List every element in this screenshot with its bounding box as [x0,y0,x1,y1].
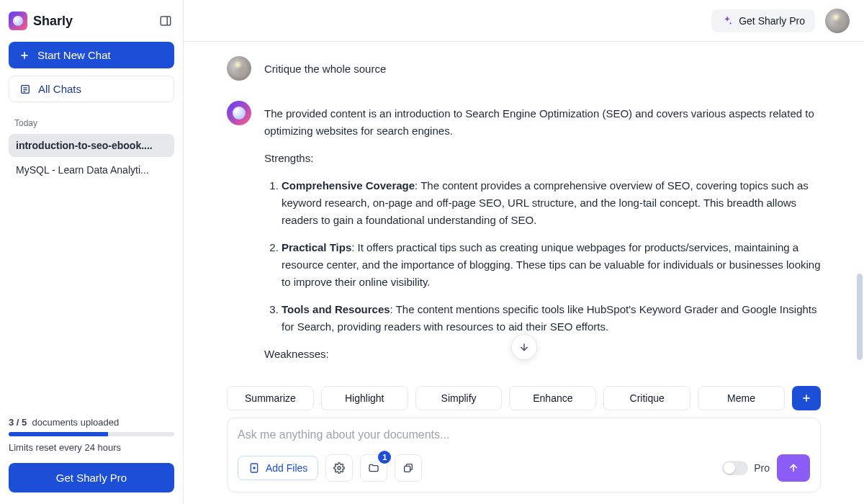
user-message-text: Critique the whole source [264,56,821,81]
usage-text: 3 / 5 documents uploaded [9,417,174,428]
get-pro-button[interactable]: Get Sharly Pro [9,463,174,492]
quick-actions: Summarize Highlight Simplify Enhance Cri… [227,386,821,410]
strengths-list: Comprehensive Coverage: The content prov… [264,177,821,336]
bot-intro: The provided content is an introduction … [264,105,821,140]
plus-icon [801,392,812,404]
send-button[interactable] [777,454,810,482]
get-pro-pill-label: Get Sharly Pro [739,15,805,27]
sparkle-icon [721,15,733,27]
folder-icon [368,462,379,474]
qa-summarize[interactable]: Summarize [227,386,314,410]
strength-title: Practical Tips [282,241,351,253]
pro-toggle-switch[interactable] [722,461,748,475]
get-pro-pill[interactable]: Get Sharly Pro [711,9,815,32]
svg-rect-15 [405,466,410,472]
strength-item: Practical Tips: It offers practical tips… [282,239,821,291]
scroll-down-button[interactable] [511,334,537,360]
brand: Sharly [9,12,73,30]
main: Get Sharly Pro Critique the whole source… [184,0,864,504]
scrollbar-thumb[interactable] [857,274,863,360]
svg-rect-0 [161,17,171,25]
section-today-label: Today [9,115,174,131]
all-chats-label: All Chats [38,83,81,95]
strength-text: : It offers practical tips such as creat… [282,241,821,288]
pro-toggle: Pro [722,461,770,475]
add-files-label: Add Files [266,462,307,474]
bot-message-avatar [227,101,251,125]
user-message-avatar [227,56,251,81]
new-chat-button[interactable]: Start New Chat [9,42,174,68]
limits-text: Limits reset every 24 hours [9,442,174,453]
svg-point-14 [338,467,341,469]
folder-button[interactable]: 1 [360,454,387,482]
strength-item: Comprehensive Coverage: The content prov… [282,177,821,229]
brand-logo [9,12,27,30]
strength-title: Comprehensive Coverage [282,179,415,192]
user-avatar[interactable] [825,9,850,33]
list-icon [19,84,31,95]
sidebar-header: Sharly [9,12,174,30]
input-box: Add Files 1 Pro [227,418,821,492]
qa-meme[interactable]: Meme [698,386,785,410]
action-bar: Summarize Highlight Simplify Enhance Cri… [184,386,864,504]
sidebar: Sharly Start New Chat All Chats Today in… [0,0,184,504]
arrow-up-icon [788,462,799,474]
qa-add-button[interactable] [792,386,821,410]
new-chat-label: Start New Chat [37,49,111,61]
chat-input[interactable] [238,428,810,441]
strength-item: Tools and Resources: The content mention… [282,301,821,336]
all-chats-button[interactable]: All Chats [9,76,174,102]
usage-label: documents uploaded [32,417,120,428]
chat-item[interactable]: introduction-to-seo-ebook.... [9,134,174,157]
brand-name: Sharly [33,14,73,29]
qa-highlight[interactable]: Highlight [321,386,408,410]
weaknesses-heading: Weaknesses: [264,346,821,363]
plus-icon [19,50,30,61]
bot-message-content: The provided content is an introduction … [264,101,821,373]
input-controls: Add Files 1 Pro [238,454,810,482]
arrow-down-icon [518,341,530,353]
file-plus-icon [248,462,260,474]
qa-enhance[interactable]: Enhance [509,386,596,410]
sidebar-collapse-button[interactable] [157,12,174,30]
extension-button[interactable] [395,454,422,482]
bot-message: The provided content is an introduction … [227,101,821,373]
add-files-button[interactable]: Add Files [238,456,318,480]
strength-title: Tools and Resources [282,303,390,315]
scrollbar[interactable] [857,43,863,461]
usage-progress-fill [9,432,108,436]
chat-item[interactable]: MySQL - Learn Data Analyti... [9,158,174,181]
pro-toggle-label: Pro [754,462,770,474]
gear-icon [333,462,345,474]
folder-badge: 1 [378,451,391,464]
extension-icon [402,462,414,474]
qa-simplify[interactable]: Simplify [415,386,503,410]
user-message: Critique the whole source [227,56,821,81]
usage-progress [9,432,174,436]
strengths-heading: Strengths: [264,150,821,167]
settings-button[interactable] [325,454,353,482]
topbar: Get Sharly Pro [184,0,864,42]
qa-critique[interactable]: Critique [603,386,690,410]
panel-icon [159,14,172,27]
usage-count: 3 / 5 [9,417,27,428]
sidebar-footer: 3 / 5 documents uploaded Limits reset ev… [9,417,174,492]
